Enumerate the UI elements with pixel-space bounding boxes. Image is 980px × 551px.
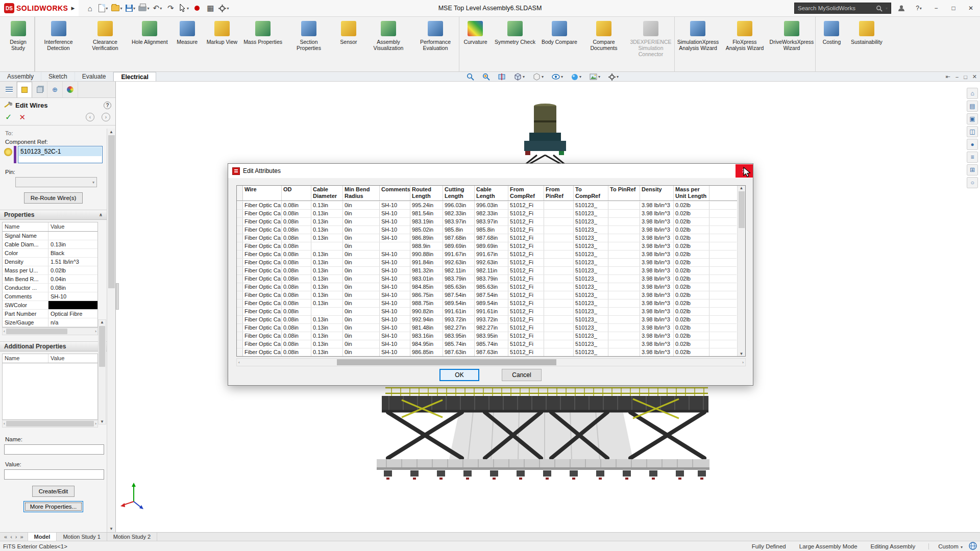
attribute-row[interactable]: Fiber Optic Ca 0.08in 0.13in 0in SH-10 9… (237, 316, 737, 324)
last-tab-icon[interactable]: » (20, 534, 23, 540)
row-selector[interactable] (237, 299, 243, 307)
previous-tab-icon[interactable]: ‹ (10, 534, 12, 540)
row-selector[interactable] (237, 316, 243, 323)
appearances-scenes-icon[interactable]: ● (967, 139, 978, 150)
row-selector[interactable] (237, 226, 243, 234)
options-button[interactable]: ▾ (217, 2, 230, 14)
next-wire-button[interactable]: › (102, 113, 110, 121)
file-explorer-icon[interactable]: ▣ (967, 113, 978, 124)
attribute-row[interactable]: Fiber Optic Ca 0.08in 0.13in 0in SH-10 9… (237, 340, 737, 348)
search-box[interactable]: Search MySolidWorks ▾ (794, 3, 891, 14)
attribute-row[interactable]: Fiber Optic Ca 0.08in 0in SH-10 990.82in… (237, 308, 737, 316)
scroll-left-icon[interactable]: ‹ (4, 329, 5, 334)
accept-button[interactable]: ✓ (5, 112, 12, 122)
property-row[interactable]: Min Bend R... 0.04in (3, 275, 97, 284)
attribute-row[interactable]: Fiber Optic Ca 0.08in 0.13in 0in SH-10 9… (237, 348, 737, 356)
minimize-button[interactable]: − (929, 2, 943, 14)
column-header[interactable]: From CompRef (508, 186, 544, 201)
create-edit-button[interactable]: Create/Edit (32, 486, 75, 497)
study-tab[interactable]: Motion Study 1 (57, 533, 107, 541)
cancel-button[interactable]: Cancel (502, 369, 542, 381)
undo-button[interactable]: ↶▾ (151, 2, 163, 14)
ribbon-button[interactable]: FloXpress Analysis Wizard (721, 17, 768, 71)
electrical-manager-icon[interactable]: ⊞ (967, 164, 978, 176)
row-selector[interactable] (237, 275, 243, 283)
row-selector[interactable] (237, 218, 243, 226)
reroute-wires-button[interactable]: Re-Route Wire(s) (24, 192, 83, 204)
search-scope-caret-icon[interactable]: ▾ (886, 6, 888, 11)
design-library-icon[interactable]: ▤ (967, 101, 978, 112)
display-manager-tab[interactable] (63, 82, 78, 97)
row-selector[interactable] (237, 251, 243, 258)
ribbon-button[interactable]: Section Properties (285, 17, 332, 71)
scroll-down-icon[interactable]: ▼ (740, 352, 744, 356)
row-selector[interactable] (237, 242, 243, 250)
scroll-left-icon[interactable]: ‹ (4, 421, 5, 426)
ribbon-button[interactable]: Hole Alignment (129, 17, 171, 71)
zoom-area-icon[interactable] (481, 72, 491, 81)
additional-properties-section-header[interactable]: Additional Properties ∧ (0, 341, 107, 352)
feature-manager-tab[interactable] (2, 82, 17, 97)
column-header[interactable]: Comments (380, 186, 410, 201)
column-header[interactable]: Cable Length (475, 186, 508, 201)
home-button[interactable]: ⌂ (84, 2, 96, 14)
property-row[interactable]: Density 1.51 lb/in^3 (3, 258, 97, 266)
web-help-globe-icon[interactable] (969, 542, 977, 550)
pin-dropdown[interactable]: ▾ (15, 177, 97, 187)
view-settings-icon[interactable]: ▾ (607, 73, 620, 81)
row-selector[interactable] (237, 332, 243, 340)
attribute-row[interactable]: Fiber Optic Ca 0.08in 0.13in 0in SH-10 9… (237, 324, 737, 332)
ribbon-button[interactable]: Markup View (204, 17, 241, 71)
attribute-row[interactable]: Fiber Optic Ca 0.08in 0.13in 0in SH-10 9… (237, 251, 737, 259)
scroll-down-icon[interactable]: ▼ (100, 419, 104, 424)
row-selector[interactable] (237, 348, 243, 356)
ribbon-button[interactable]: Clearance Verification (82, 17, 129, 71)
properties-section-header[interactable]: Properties ∧ (0, 210, 107, 220)
cancel-button[interactable]: ✕ (19, 113, 26, 122)
apply-scene-icon[interactable]: ▾ (589, 73, 601, 81)
property-row[interactable]: Size/Gauge n/a (3, 318, 97, 327)
name-input[interactable] (4, 444, 104, 455)
view-orientation-icon[interactable]: ▾ (513, 72, 526, 81)
ribbon-button[interactable]: Costing (815, 17, 848, 71)
attribute-row[interactable]: Fiber Optic Ca 0.08in 0.13in 0in SH-10 9… (237, 218, 737, 226)
property-row[interactable]: Signal Name (3, 232, 97, 240)
menu-expand-arrow-icon[interactable]: ▶ (71, 6, 75, 11)
attribute-row[interactable]: Fiber Optic Ca 0.08in 0.13in 0in SH-10 9… (237, 267, 737, 275)
component-ref-input[interactable] (19, 147, 102, 156)
help-menu-button[interactable]: ?▾ (912, 2, 926, 14)
doc-restore-button[interactable]: □ (964, 74, 967, 80)
row-selector[interactable] (237, 308, 243, 315)
table-horizontal-scrollbar[interactable]: ‹ › (236, 358, 746, 366)
ribbon-button[interactable]: Body Compare (538, 17, 580, 71)
attribute-row[interactable]: Fiber Optic Ca 0.08in 0.13in 0in SH-10 9… (237, 202, 737, 210)
row-selector[interactable] (237, 210, 243, 217)
attribute-row[interactable]: Fiber Optic Ca 0.08in 0.13in 0in SH-10 9… (237, 275, 737, 283)
ribbon-button[interactable]: Compare Documents (580, 17, 627, 71)
ribbon-button[interactable]: Symmetry Check (492, 17, 538, 71)
print-button[interactable]: ▾ (137, 2, 150, 14)
attribute-row[interactable]: Fiber Optic Ca 0.08in 0.13in 0in SH-10 9… (237, 234, 737, 242)
ribbon-button[interactable]: Measure (171, 17, 204, 71)
ribbon-button[interactable]: Assembly Visualization (365, 17, 412, 71)
scroll-up-icon[interactable]: ▲ (740, 186, 744, 190)
ribbon-button[interactable]: Interference Detection (35, 17, 82, 71)
new-document-button[interactable]: ▾ (97, 2, 109, 14)
edit-appearance-icon[interactable]: ▾ (570, 73, 582, 81)
attribute-row[interactable]: Fiber Optic Ca 0.08in 0.13in 0in SH-10 9… (237, 259, 737, 267)
attribute-row[interactable]: Fiber Optic Ca 0.08in 0.13in 0in SH-10 9… (237, 291, 737, 299)
column-header[interactable]: Density (640, 186, 674, 201)
search-placeholder[interactable]: Search MySolidWorks (798, 5, 873, 11)
ribbon-button[interactable]: Sustainability (848, 17, 886, 71)
property-row[interactable]: Color Black (3, 249, 97, 258)
evaluate-table-button[interactable]: ▦ (204, 2, 216, 14)
row-selector[interactable] (237, 259, 243, 266)
close-button[interactable]: ✕ (964, 2, 978, 14)
attribute-row[interactable]: Fiber Optic Ca 0.08in 0.13in 0in SH-10 9… (237, 283, 737, 291)
panel-vertical-scrollbar[interactable]: ▲ ▼ (107, 129, 115, 532)
property-row[interactable]: Cable Diam... 0.13in (3, 240, 97, 249)
help-icon[interactable]: ? (104, 102, 111, 109)
command-tab[interactable]: Assembly (0, 72, 41, 81)
study-tab[interactable]: Motion Study 2 (107, 533, 157, 541)
ribbon-button[interactable]: 3DEXPERIENCE Simulation Connector (627, 17, 674, 71)
